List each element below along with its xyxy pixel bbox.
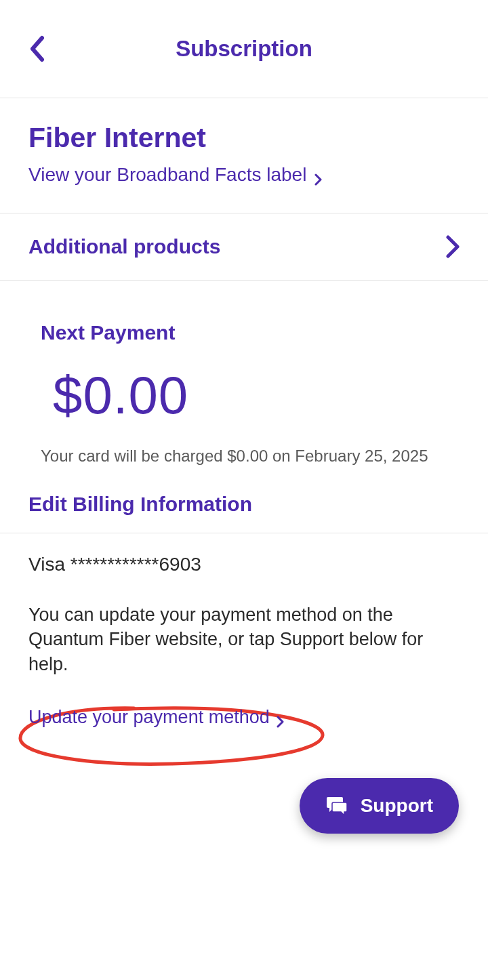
- payment-note: Your card will be charged $0.00 on Febru…: [41, 447, 447, 466]
- next-payment-label: Next Payment: [41, 321, 447, 344]
- support-label: Support: [361, 795, 433, 817]
- billing-title: Edit Billing Information: [28, 493, 460, 516]
- additional-products-row[interactable]: Additional products: [0, 213, 488, 281]
- card-info: Visa ************6903: [28, 554, 460, 575]
- chevron-right-icon: [277, 712, 284, 724]
- billing-body: Visa ************6903 You can update you…: [0, 533, 488, 728]
- page-title: Subscription: [176, 36, 312, 62]
- payment-amount: $0.00: [53, 365, 447, 426]
- broadband-facts-link[interactable]: View your Broadband Facts label: [28, 164, 322, 186]
- billing-header: Edit Billing Information: [0, 493, 488, 533]
- header-bar: Subscription: [0, 0, 488, 98]
- chevron-right-icon: [446, 235, 460, 258]
- additional-products-label: Additional products: [28, 235, 220, 258]
- update-note: You can update your payment method on th…: [28, 603, 460, 676]
- broadband-facts-label: View your Broadband Facts label: [28, 164, 306, 186]
- chevron-right-icon: [314, 169, 322, 181]
- update-payment-link[interactable]: Update your payment method: [28, 707, 284, 728]
- chevron-left-icon: [28, 53, 45, 64]
- back-button[interactable]: [28, 35, 45, 62]
- payment-section: Next Payment $0.00 Your card will be cha…: [0, 281, 488, 493]
- fiber-title: Fiber Internet: [28, 122, 460, 154]
- chat-icon: [325, 794, 348, 817]
- fiber-section: Fiber Internet View your Broadband Facts…: [0, 98, 488, 213]
- support-button[interactable]: Support: [300, 778, 459, 834]
- update-payment-label: Update your payment method: [28, 707, 270, 728]
